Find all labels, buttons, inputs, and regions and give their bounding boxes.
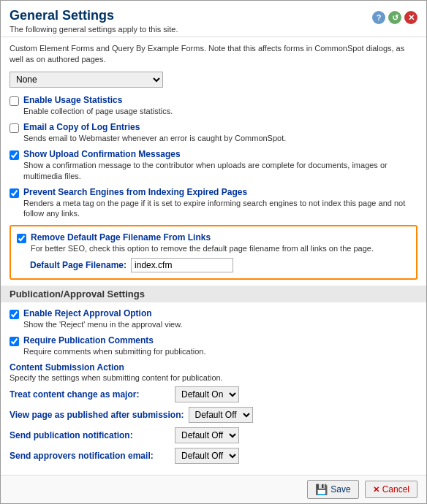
- setting-pub-comments: Require Publication Comments Require com…: [10, 335, 417, 356]
- prevent-search-label[interactable]: Prevent Search Engines from Indexing Exp…: [23, 187, 247, 197]
- content-submission-desc: Specify the settings when submitting con…: [10, 373, 417, 382]
- cancel-icon: ✕: [373, 485, 379, 495]
- upload-confirm-checkbox[interactable]: [10, 150, 19, 160]
- send-approvers-label: Send approvers notification email:: [10, 451, 170, 461]
- treat-content-row: Treat content change as major: Default O…: [10, 386, 417, 402]
- close-icon[interactable]: ✕: [404, 11, 417, 24]
- page-subtitle: The following general settings apply to …: [10, 25, 178, 34]
- page-title: General Settings: [10, 8, 178, 23]
- setting-remove-filename: Remove Default Page Filename From Links …: [17, 232, 410, 253]
- setting-email-log: Email a Copy of Log Entries Sends email …: [10, 122, 417, 143]
- prevent-search-checkbox[interactable]: [10, 188, 19, 198]
- prevent-search-desc: Renders a meta tag on the page if it is …: [23, 198, 417, 219]
- cancel-label: Cancel: [382, 484, 409, 495]
- enable-usage-stats-checkbox[interactable]: [10, 96, 19, 106]
- help-icon[interactable]: ?: [372, 11, 385, 24]
- pub-comments-desc: Require comments when submitting for pub…: [23, 346, 205, 356]
- pub-comments-label[interactable]: Require Publication Comments: [23, 335, 154, 345]
- upload-confirm-desc: Show a confirmation message to the contr…: [23, 160, 417, 181]
- setting-enable-usage-stats: Enable Usage Statistics Enable collectio…: [10, 95, 417, 116]
- save-button[interactable]: 💾 Save: [307, 480, 358, 499]
- remove-filename-label[interactable]: Remove Default Page Filename From Links: [31, 232, 211, 243]
- treat-content-select[interactable]: Default On Default Off Always On Always …: [175, 386, 239, 402]
- setting-reject-approval: Enable Reject Approval Option Show the '…: [10, 308, 417, 329]
- refresh-icon[interactable]: ↺: [388, 11, 401, 24]
- send-approvers-row: Send approvers notification email: Defau…: [10, 448, 417, 464]
- enable-usage-stats-desc: Enable collection of page usage statisti…: [23, 106, 173, 116]
- setting-upload-confirm: Show Upload Confirmation Messages Show a…: [10, 149, 417, 181]
- title-icons: ? ↺ ✕: [372, 11, 417, 24]
- remove-filename-checkbox[interactable]: [17, 234, 26, 243]
- pub-comments-checkbox[interactable]: [10, 337, 19, 346]
- content-submission-label: Content Submission Action: [10, 362, 417, 373]
- filename-input[interactable]: [131, 258, 233, 272]
- send-notification-label: Send publication notification:: [10, 430, 170, 440]
- send-notification-select[interactable]: Default On Default Off Always On Always …: [175, 427, 239, 443]
- enable-usage-stats-label[interactable]: Enable Usage Statistics: [23, 95, 122, 105]
- view-page-row: View page as published after submission:…: [10, 407, 417, 423]
- save-icon: 💾: [315, 484, 328, 495]
- reject-approval-desc: Show the 'Reject' menu in the approval v…: [23, 319, 183, 329]
- reject-approval-label[interactable]: Enable Reject Approval Option: [23, 308, 152, 318]
- content-area: Custom Element Forms and Query By Exampl…: [1, 37, 426, 475]
- none-dropdown-row: None: [10, 72, 417, 88]
- view-page-label: View page as published after submission:: [10, 410, 184, 420]
- none-dropdown[interactable]: None: [10, 72, 163, 88]
- title-bar: General Settings The following general s…: [1, 1, 426, 37]
- setting-prevent-search: Prevent Search Engines from Indexing Exp…: [10, 187, 417, 219]
- footer: 💾 Save ✕ Cancel: [1, 475, 426, 503]
- publication-section-header: Publication/Approval Settings: [1, 286, 426, 302]
- reject-approval-checkbox[interactable]: [10, 310, 19, 319]
- email-log-label[interactable]: Email a Copy of Log Entries: [23, 122, 140, 132]
- filename-row: Default Page Filename:: [30, 258, 410, 272]
- email-log-checkbox[interactable]: [10, 123, 19, 133]
- send-approvers-select[interactable]: Default On Default Off Always On Always …: [175, 448, 239, 464]
- save-label: Save: [330, 484, 350, 495]
- cancel-button[interactable]: ✕ Cancel: [365, 481, 417, 498]
- treat-content-label: Treat content change as major:: [10, 389, 170, 400]
- upload-confirm-label[interactable]: Show Upload Confirmation Messages: [23, 149, 181, 159]
- filename-label: Default Page Filename:: [30, 260, 126, 270]
- email-log-desc: Sends email to Webmaster whenever an err…: [23, 133, 286, 143]
- view-page-select[interactable]: Default On Default Off Always On Always …: [189, 407, 253, 423]
- top-note: Custom Element Forms and Query By Exampl…: [10, 43, 417, 66]
- highlighted-section: Remove Default Page Filename From Links …: [10, 225, 417, 280]
- remove-filename-desc: For better SEO, check this option to rem…: [31, 243, 374, 253]
- content-submission-section: Content Submission Action Specify the se…: [10, 362, 417, 464]
- title-left: General Settings The following general s…: [10, 8, 178, 34]
- send-notification-row: Send publication notification: Default O…: [10, 427, 417, 443]
- general-settings-window: General Settings The following general s…: [0, 0, 427, 504]
